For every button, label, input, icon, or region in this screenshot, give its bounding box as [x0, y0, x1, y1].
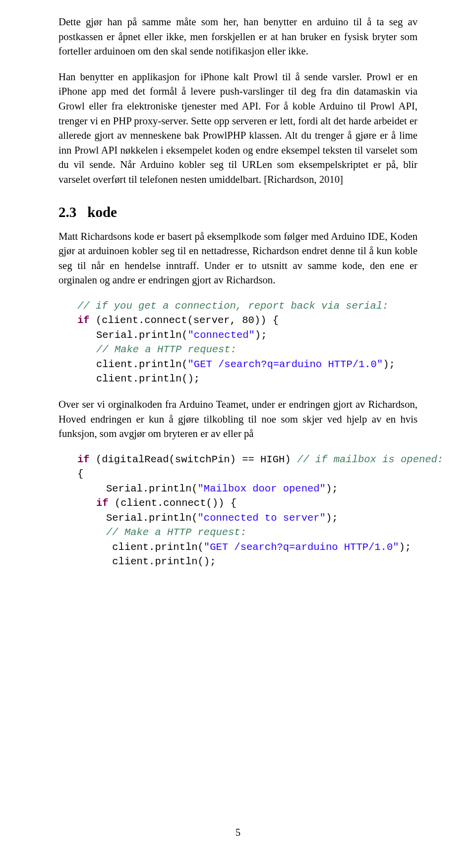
- paragraph-between-code: Over ser vi orginalkoden fra Arduino Tea…: [59, 397, 417, 441]
- section-title: kode: [87, 204, 117, 220]
- code-text: Serial.println(: [106, 512, 198, 524]
- code-keyword: if: [77, 315, 90, 326]
- paragraph-kode-intro: Matt Richardsons kode er basert på eksem…: [59, 229, 417, 288]
- code-string: "GET /search?q=arduino HTTP/1.0": [188, 359, 383, 370]
- code-block-modified: if (digitalRead(switchPin) == HIGH) // i…: [59, 452, 417, 569]
- code-string: "connected to server": [198, 512, 326, 524]
- code-text: client.println();: [112, 556, 216, 567]
- document-page: Dette gjør han på samme måte som her, ha…: [0, 0, 476, 868]
- code-text: );: [383, 359, 395, 370]
- code-text: Serial.println(: [96, 329, 188, 341]
- paragraph-intro-1: Dette gjør han på samme måte som her, ha…: [59, 15, 417, 59]
- code-keyword: if: [77, 454, 90, 465]
- section-heading-kode: 2.3kode: [59, 204, 417, 220]
- code-text: );: [255, 329, 267, 341]
- page-number: 5: [0, 827, 476, 838]
- code-comment: // Make a HTTP request:: [96, 344, 237, 355]
- code-text: (digitalRead(switchPin) == HIGH): [90, 454, 297, 465]
- code-keyword: if: [96, 497, 109, 509]
- code-text: );: [326, 512, 338, 524]
- code-comment: // if you get a connection, report back …: [77, 300, 388, 312]
- code-text: client.println(: [96, 359, 188, 370]
- code-string: "Mailbox door opened": [198, 483, 326, 494]
- code-text: client.println(: [112, 542, 204, 553]
- code-text: );: [399, 542, 412, 553]
- code-string: "GET /search?q=arduino HTTP/1.0": [204, 542, 399, 553]
- section-number: 2.3: [59, 204, 76, 220]
- code-text: Serial.println(: [106, 483, 198, 494]
- code-text: );: [326, 483, 338, 494]
- code-comment: // Make a HTTP request:: [106, 527, 246, 538]
- code-block-original: // if you get a connection, report back …: [59, 299, 417, 386]
- code-comment: // if mailbox is opened:: [297, 454, 443, 465]
- code-text: {: [77, 468, 83, 480]
- code-text: (client.connect()) {: [109, 497, 237, 509]
- code-text: client.println();: [96, 373, 200, 384]
- code-string: "connected": [188, 329, 255, 341]
- code-text: (client.connect(server, 80)) {: [90, 315, 279, 326]
- paragraph-intro-2: Han benytter en applikasjon for iPhone k…: [59, 70, 417, 187]
